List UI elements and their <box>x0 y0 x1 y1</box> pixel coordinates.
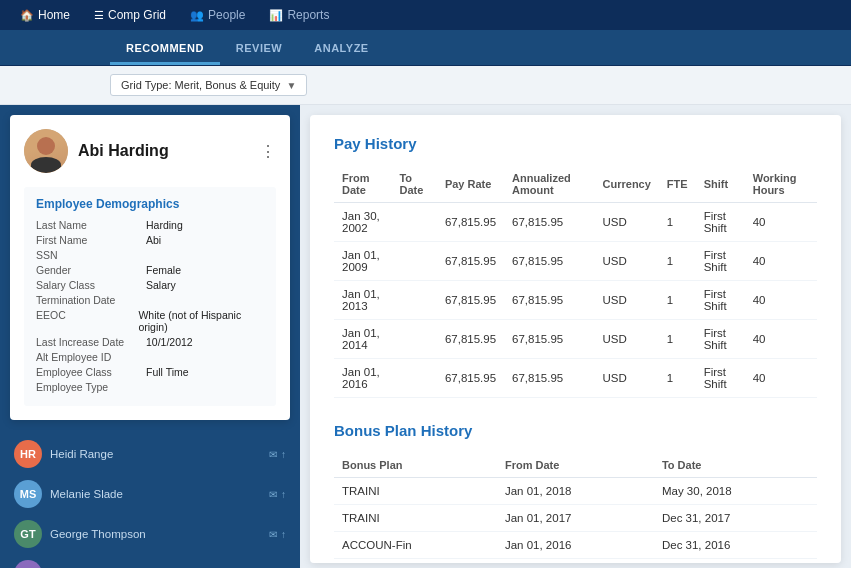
tab-review[interactable]: REVIEW <box>220 34 298 65</box>
table-cell <box>391 320 436 359</box>
demo-label: Gender <box>36 264 146 276</box>
bonus-history-table: Bonus PlanFrom DateTo Date TRAINIJan 01,… <box>334 453 817 563</box>
column-header: Currency <box>595 166 659 203</box>
demo-value: Salary <box>146 279 176 291</box>
table-cell: First Shift <box>696 320 745 359</box>
table-cell: 1 <box>659 359 696 398</box>
demo-row: GenderFemale <box>36 264 264 276</box>
demo-row: Last Increase Date10/1/2012 <box>36 336 264 348</box>
table-cell: 40 <box>745 359 817 398</box>
action-icon[interactable]: ↑ <box>281 449 286 460</box>
table-cell: Jan 01, 2017 <box>497 505 654 532</box>
nav-reports[interactable]: 📊 Reports <box>259 4 339 26</box>
table-cell: Dec 31, 2016 <box>654 532 817 559</box>
right-panel: Pay History From DateTo DatePay RateAnnu… <box>310 115 841 563</box>
table-cell <box>391 359 436 398</box>
list-item[interactable]: KT Kaya Turner ✉ ↑ <box>8 554 292 568</box>
table-cell <box>391 203 436 242</box>
employee-list: HR Heidi Range ✉ ↑ MS Melanie Slade ✉ ↑ … <box>0 430 300 568</box>
demo-label: Alt Employee ID <box>36 351 146 363</box>
left-panel: Abi Harding ⋮ Employee Demographics Last… <box>0 105 300 568</box>
emp-list-name: Melanie Slade <box>50 488 261 500</box>
avatar: GT <box>14 520 42 548</box>
pay-history-table: From DateTo DatePay RateAnnualized Amoun… <box>334 166 817 398</box>
emp-list-name: Heidi Range <box>50 448 261 460</box>
table-cell: 40 <box>745 320 817 359</box>
table-cell: First Shift <box>696 359 745 398</box>
sub-nav: RECOMMEND REVIEW ANALYZE <box>0 30 851 66</box>
bonus-history-title: Bonus Plan History <box>334 422 817 439</box>
avatar <box>24 129 68 173</box>
message-icon[interactable]: ✉ <box>269 489 277 500</box>
table-row: TRAINIJan 01, 2017Dec 31, 2017 <box>334 505 817 532</box>
table-cell: First Shift <box>696 203 745 242</box>
filter-label: Grid Type: Merit, Bonus & Equity <box>121 79 280 91</box>
nav-people[interactable]: 👥 People <box>180 4 255 26</box>
grid-type-dropdown[interactable]: Grid Type: Merit, Bonus & Equity ▼ <box>110 74 307 96</box>
tab-analyze[interactable]: ANALYZE <box>298 34 384 65</box>
table-cell: 67,815.95 <box>437 242 504 281</box>
demo-row: Last NameHarding <box>36 219 264 231</box>
column-header: From Date <box>497 453 654 478</box>
table-cell: USD <box>595 281 659 320</box>
table-cell <box>391 281 436 320</box>
employee-card: Abi Harding ⋮ Employee Demographics Last… <box>10 115 290 420</box>
demo-value: Harding <box>146 219 183 231</box>
action-icon[interactable]: ↑ <box>281 489 286 500</box>
list-item[interactable]: GT George Thompson ✉ ↑ <box>8 514 292 554</box>
list-item[interactable]: MS Melanie Slade ✉ ↑ <box>8 474 292 514</box>
demo-label: Termination Date <box>36 294 146 306</box>
column-header: Pay Rate <box>437 166 504 203</box>
pay-history-title: Pay History <box>334 135 817 152</box>
demo-label: First Name <box>36 234 146 246</box>
column-header: FTE <box>659 166 696 203</box>
demo-value: Full Time <box>146 366 189 378</box>
tab-recommend[interactable]: RECOMMEND <box>110 34 220 65</box>
nav-home[interactable]: 🏠 Home <box>10 4 80 26</box>
column-header: To Date <box>654 453 817 478</box>
table-row: Jan 01, 200967,815.9567,815.95USD1First … <box>334 242 817 281</box>
list-item[interactable]: HR Heidi Range ✉ ↑ <box>8 434 292 474</box>
table-cell: SE <box>334 559 497 564</box>
demo-label: EEOC <box>36 309 138 333</box>
table-cell: USD <box>595 359 659 398</box>
table-cell: 67,815.95 <box>504 281 594 320</box>
table-cell: 1 <box>659 203 696 242</box>
table-cell: 67,815.95 <box>437 203 504 242</box>
column-header: Working Hours <box>745 166 817 203</box>
avatar: KT <box>14 560 42 568</box>
demo-row: First NameAbi <box>36 234 264 246</box>
action-icon[interactable]: ↑ <box>281 529 286 540</box>
table-row: SEJun 01, 2018Dec 31, 2018 <box>334 559 817 564</box>
reports-icon: 📊 <box>269 9 283 22</box>
nav-comp-grid[interactable]: ☰ Comp Grid <box>84 4 176 26</box>
demo-label: SSN <box>36 249 146 261</box>
table-row: Jan 01, 201667,815.9567,815.95USD1First … <box>334 359 817 398</box>
nav-people-label: People <box>208 8 245 22</box>
pay-history-header: From DateTo DatePay RateAnnualized Amoun… <box>334 166 817 203</box>
table-cell: Dec 31, 2017 <box>654 505 817 532</box>
table-cell: 40 <box>745 203 817 242</box>
employee-header-left: Abi Harding <box>24 129 169 173</box>
nav-home-label: Home <box>38 8 70 22</box>
demo-row: Salary ClassSalary <box>36 279 264 291</box>
table-cell: TRAINI <box>334 505 497 532</box>
demo-label: Last Name <box>36 219 146 231</box>
pay-history-body: Jan 30, 200267,815.9567,815.95USD1First … <box>334 203 817 398</box>
avatar: MS <box>14 480 42 508</box>
message-icon[interactable]: ✉ <box>269 449 277 460</box>
table-row: TRAINIJan 01, 2018May 30, 2018 <box>334 478 817 505</box>
table-cell: 40 <box>745 242 817 281</box>
column-header: From Date <box>334 166 391 203</box>
table-cell: 40 <box>745 281 817 320</box>
filter-bar: Grid Type: Merit, Bonus & Equity ▼ <box>0 66 851 105</box>
table-cell: 67,815.95 <box>437 359 504 398</box>
table-row: Jan 01, 201367,815.9567,815.95USD1First … <box>334 281 817 320</box>
demo-row: Employee Type <box>36 381 264 393</box>
demo-label: Last Increase Date <box>36 336 146 348</box>
demographics-rows: Last NameHardingFirst NameAbiSSNGenderFe… <box>36 219 264 393</box>
message-icon[interactable]: ✉ <box>269 529 277 540</box>
table-cell: Jan 01, 2009 <box>334 242 391 281</box>
demo-row: Termination Date <box>36 294 264 306</box>
more-options-icon[interactable]: ⋮ <box>260 142 276 161</box>
